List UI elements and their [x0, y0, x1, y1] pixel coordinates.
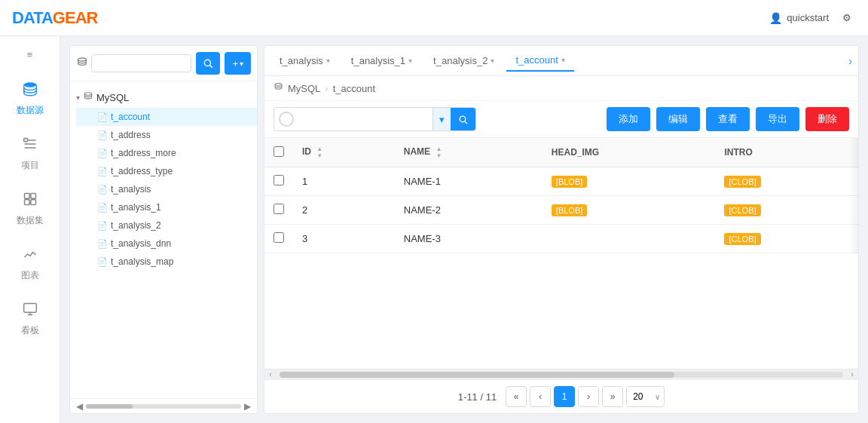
tab-t_analysis-label: t_analysis	[280, 55, 323, 66]
file-icon-7: 📄	[97, 239, 108, 249]
pagination-first-button[interactable]: «	[506, 386, 527, 407]
filter-input[interactable]	[294, 108, 432, 130]
breadcrumb-db-icon	[274, 82, 283, 94]
tree-item-t_analysis_map[interactable]: 📄 t_analysis_map	[76, 253, 257, 271]
row-2-checkbox[interactable]	[274, 204, 284, 214]
scroll-right-button[interactable]: ›	[846, 369, 858, 380]
pagination-range: 1-11 / 11	[458, 391, 497, 403]
filter-input-wrap: ▾	[274, 107, 476, 131]
sidebar-item-project[interactable]: 项目	[0, 124, 60, 179]
tree-root-node[interactable]: ▾ MySQL	[70, 87, 257, 108]
user-icon: 👤	[769, 12, 782, 24]
db-filter-icon	[76, 57, 88, 71]
row-1-name: NAME-1	[395, 167, 542, 196]
dataset-icon	[18, 187, 42, 211]
datasource-icon	[18, 77, 42, 101]
pagination-prev-button[interactable]: ‹	[530, 386, 551, 407]
tree-add-button[interactable]: + ▾	[225, 52, 251, 75]
row-1-id: 1	[293, 167, 395, 196]
breadcrumb-current: t_account	[333, 83, 375, 94]
row-2-clob-badge: [CLOB]	[724, 204, 760, 216]
user-info[interactable]: 👤 quickstart	[769, 12, 829, 24]
tree-item-t_address[interactable]: 📄 t_address	[76, 126, 257, 144]
file-icon-1: 📄	[97, 130, 108, 140]
row-2-blob-badge: [BLOB]	[552, 204, 587, 216]
tree-item-t_analysis_2[interactable]: 📄 t_analysis_2	[76, 216, 257, 234]
tree-area: ▾ MySQL 📄 t_account 📄	[70, 81, 257, 398]
tree-search-input[interactable]	[91, 54, 191, 72]
page-size-wrap: 20 50 100	[626, 386, 665, 407]
add-dropdown-icon: ▾	[240, 60, 243, 68]
row-1-checkbox[interactable]	[274, 175, 284, 185]
sort-id-icon: ▲▼	[316, 146, 322, 159]
table-row: 2 NAME-2 [BLOB] [CLOB]	[264, 196, 858, 225]
sidebar: ≡ 数据源 项目 数据集 图表	[0, 36, 60, 423]
tab-t_analysis_2[interactable]: t_analysis_2 ▾	[424, 51, 503, 71]
tree-item-t_account[interactable]: 📄 t_account	[76, 108, 257, 126]
sidebar-item-dataset[interactable]: 数据集	[0, 179, 60, 234]
scroll-left-button[interactable]: ‹	[264, 369, 277, 380]
th-name[interactable]: NAME ▲▼	[395, 138, 542, 167]
logo-data-text: DATA	[12, 8, 53, 27]
pagination-page-1[interactable]: 1	[554, 386, 575, 407]
tab-t_account[interactable]: t_account ▾	[506, 50, 573, 72]
row-1-blob-badge: [BLOB]	[552, 176, 587, 188]
tab-t_analysis_1[interactable]: t_analysis_1 ▾	[342, 51, 421, 71]
view-record-button[interactable]: 查看	[706, 107, 750, 131]
row-3-checkbox[interactable]	[274, 232, 284, 243]
row-1-intro: [CLOB]	[715, 167, 858, 196]
tree-item-t_address_more[interactable]: 📄 t_address_more	[76, 144, 257, 162]
sidebar-menu-toggle[interactable]: ≡	[15, 42, 45, 66]
scroll-track[interactable]	[280, 372, 843, 378]
sidebar-item-datasource[interactable]: 数据源	[0, 69, 60, 124]
tab-t_account-label: t_account	[515, 54, 558, 66]
tree-search-button[interactable]	[196, 52, 220, 75]
row-3-intro: [CLOB]	[715, 225, 858, 253]
breadcrumb: MySQL › t_account	[264, 76, 858, 101]
svg-point-9	[78, 58, 87, 61]
breadcrumb-parent: MySQL	[288, 83, 320, 94]
row-1-clob-badge: [CLOB]	[724, 176, 760, 188]
settings-button[interactable]: ⚙	[838, 9, 856, 27]
scroll-thumb[interactable]	[280, 372, 674, 378]
delete-record-button[interactable]: 删除	[805, 107, 849, 131]
row-3-name: NAME-3	[395, 225, 542, 253]
chart-icon	[18, 242, 42, 266]
page-size-select[interactable]: 20 50 100	[626, 386, 665, 407]
tab-t_analysis_1-chevron: ▾	[408, 57, 412, 65]
svg-point-12	[84, 93, 91, 96]
add-record-button[interactable]: 添加	[607, 107, 650, 131]
panel-prev-arrow[interactable]: ◀	[76, 401, 83, 412]
file-icon-8: 📄	[97, 257, 108, 267]
row-1-head-img: [BLOB]	[542, 167, 716, 196]
panel-next-arrow[interactable]: ▶	[244, 401, 251, 412]
two-panels: + ▾ ▾ MySQL	[69, 45, 859, 414]
tab-t_analysis_1-label: t_analysis_1	[351, 55, 405, 66]
tree-item-t_analysis[interactable]: 📄 t_analysis	[76, 180, 257, 198]
export-record-button[interactable]: 导出	[756, 107, 799, 131]
filter-search-button[interactable]	[451, 108, 475, 130]
tree-item-t_address_type[interactable]: 📄 t_address_type	[76, 162, 257, 180]
tree-item-t_analysis_1[interactable]: 📄 t_analysis_1	[76, 198, 257, 216]
project-icon	[18, 132, 42, 156]
svg-point-13	[275, 84, 282, 86]
th-id[interactable]: ID ▲▼	[293, 138, 395, 167]
table-row: 1 NAME-1 [BLOB] [CLOB]	[264, 167, 858, 196]
username: quickstart	[787, 12, 829, 23]
tab-t_analysis_2-chevron: ▾	[491, 57, 494, 65]
sidebar-item-board[interactable]: 看板	[0, 290, 60, 345]
tab-next-button[interactable]: ›	[848, 55, 852, 67]
pagination-last-button[interactable]: »	[602, 386, 623, 407]
file-icon-6: 📄	[97, 221, 108, 231]
svg-point-14	[460, 116, 466, 122]
svg-point-0	[23, 82, 36, 87]
pagination-next-button[interactable]: ›	[578, 386, 599, 407]
filter-dropdown-button[interactable]: ▾	[432, 108, 451, 130]
edit-record-button[interactable]: 编辑	[656, 107, 700, 131]
sidebar-item-dataset-label: 数据集	[17, 214, 44, 227]
select-all-checkbox[interactable]	[274, 146, 284, 157]
row-3-checkbox-cell	[264, 225, 293, 253]
tree-item-t_analysis_dnn[interactable]: 📄 t_analysis_dnn	[76, 234, 257, 253]
sidebar-item-chart[interactable]: 图表	[0, 234, 60, 290]
tab-t_analysis[interactable]: t_analysis ▾	[270, 51, 339, 71]
